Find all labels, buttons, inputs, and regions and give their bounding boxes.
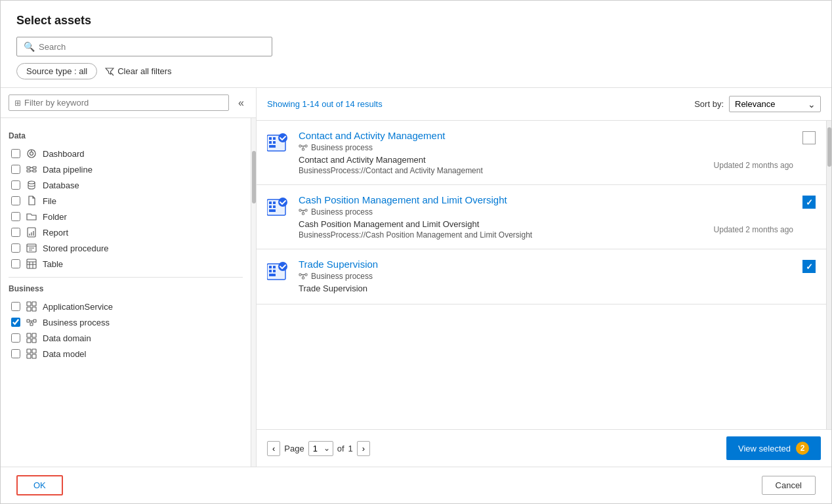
- data-domain-icon: [26, 332, 37, 344]
- total-pages: 1: [348, 444, 353, 453]
- svg-rect-29: [33, 320, 36, 322]
- sidebar: ⊞ « Data Dashboard: [1, 88, 257, 467]
- sidebar-item-data-model[interactable]: Data model: [9, 346, 243, 362]
- search-bar[interactable]: 🔍: [16, 37, 272, 56]
- asset-checkbox-1[interactable]: [802, 131, 816, 144]
- sidebar-item-stored-procedure[interactable]: Stored procedure: [9, 240, 243, 256]
- svg-rect-55: [273, 201, 276, 204]
- sidebar-item-table[interactable]: Table: [9, 256, 243, 272]
- results-scrollbar: [826, 121, 831, 429]
- table-icon: [26, 258, 37, 270]
- svg-rect-33: [27, 333, 31, 337]
- report-label: Report: [43, 228, 68, 238]
- sidebar-content: Data Dashboard: [1, 118, 251, 467]
- svg-rect-36: [32, 339, 36, 343]
- ok-button[interactable]: OK: [16, 475, 63, 495]
- svg-rect-73: [305, 274, 307, 276]
- results-count: Showing 1-14 out of 14 results: [267, 99, 383, 109]
- modal-title: Select assets: [16, 14, 816, 28]
- sidebar-scrollbar: [251, 118, 256, 467]
- svg-point-10: [28, 181, 35, 184]
- folder-checkbox[interactable]: [11, 212, 20, 221]
- sidebar-item-file[interactable]: File: [9, 193, 243, 209]
- svg-rect-46: [269, 145, 276, 148]
- data-model-checkbox[interactable]: [11, 349, 20, 358]
- file-label: File: [43, 196, 56, 206]
- sidebar-item-report[interactable]: Report: [9, 224, 243, 240]
- application-service-checkbox[interactable]: [11, 302, 20, 311]
- svg-rect-44: [269, 141, 272, 144]
- clear-filters-button[interactable]: Clear all filters: [105, 66, 171, 76]
- filter-keyword-input[interactable]: [24, 98, 223, 108]
- sidebar-item-data-pipeline[interactable]: Data pipeline: [9, 161, 243, 177]
- filter-keyword-input-wrapper: ⊞: [9, 94, 229, 111]
- asset-name-1[interactable]: Contact and Activity Management: [299, 130, 795, 141]
- table-checkbox[interactable]: [11, 259, 20, 268]
- asset-checkbox-2[interactable]: [802, 196, 816, 209]
- sidebar-item-dashboard[interactable]: Dashboard: [9, 146, 243, 161]
- svg-rect-19: [27, 259, 36, 268]
- search-input[interactable]: [39, 42, 265, 52]
- search-icon: 🔍: [24, 41, 35, 52]
- application-service-icon: [26, 301, 37, 312]
- asset-icon-1: [267, 130, 291, 154]
- svg-rect-61: [305, 209, 307, 211]
- sidebar-item-folder[interactable]: Folder: [9, 209, 243, 224]
- database-checkbox[interactable]: [11, 180, 20, 190]
- prev-page-button[interactable]: ‹: [267, 441, 280, 456]
- page-select[interactable]: 1: [308, 441, 333, 456]
- asset-item-2: Cash Position Management and Limit Overs…: [257, 185, 826, 249]
- sidebar-item-data-domain[interactable]: Data domain: [9, 330, 243, 346]
- svg-rect-54: [269, 201, 272, 204]
- results-list: Contact and Activity Management Business…: [257, 121, 826, 429]
- svg-rect-27: [32, 307, 36, 311]
- business-process-type-icon-3: [299, 272, 308, 281]
- asset-type-1: Business process: [299, 143, 795, 152]
- source-type-button[interactable]: Source type : all: [16, 63, 97, 79]
- application-service-label: ApplicationService: [43, 302, 113, 312]
- data-model-icon: [26, 348, 37, 360]
- report-checkbox[interactable]: [11, 228, 20, 237]
- svg-rect-30: [30, 323, 33, 326]
- database-label: Database: [43, 180, 79, 190]
- sort-select[interactable]: Relevance Name Updated date: [729, 96, 821, 112]
- database-icon: [26, 179, 37, 191]
- svg-point-2: [30, 152, 33, 156]
- business-section-label: Business: [9, 284, 243, 293]
- dashboard-checkbox[interactable]: [11, 149, 20, 158]
- cancel-button[interactable]: Cancel: [762, 476, 816, 495]
- sort-by-row: Sort by: Relevance Name Updated date: [694, 96, 821, 112]
- sidebar-item-business-process[interactable]: Business process: [9, 314, 243, 330]
- next-page-button[interactable]: ›: [357, 441, 370, 456]
- asset-item-3: Trade Supervision Business process Trade…: [257, 249, 826, 304]
- asset-checkbox-3[interactable]: [802, 260, 816, 273]
- business-process-checkbox[interactable]: [11, 318, 20, 327]
- file-checkbox[interactable]: [11, 196, 20, 205]
- dashboard-label: Dashboard: [43, 149, 85, 159]
- view-selected-button[interactable]: View selected 2: [726, 436, 821, 460]
- sidebar-item-application-service[interactable]: ApplicationService: [9, 299, 243, 314]
- sidebar-item-database[interactable]: Database: [9, 177, 243, 193]
- view-selected-label: View selected: [738, 444, 791, 453]
- svg-rect-34: [32, 333, 36, 337]
- svg-rect-50: [302, 148, 304, 150]
- svg-rect-62: [302, 213, 304, 215]
- results-scrollbar-thumb: [827, 127, 831, 167]
- svg-rect-74: [302, 277, 304, 279]
- data-pipeline-checkbox[interactable]: [11, 165, 20, 174]
- svg-rect-48: [299, 145, 301, 147]
- business-process-type-icon-2: [299, 207, 308, 217]
- asset-name-2[interactable]: Cash Position Management and Limit Overs…: [299, 194, 795, 205]
- svg-rect-57: [273, 205, 276, 208]
- section-divider: [9, 277, 243, 278]
- collapse-sidebar-button[interactable]: «: [234, 96, 248, 110]
- asset-name-3[interactable]: Trade Supervision: [299, 259, 795, 270]
- stored-procedure-checkbox[interactable]: [11, 243, 20, 253]
- file-icon: [26, 195, 37, 207]
- data-section-label: Data: [9, 131, 243, 140]
- svg-rect-66: [269, 266, 272, 268]
- data-domain-checkbox[interactable]: [11, 333, 20, 343]
- asset-type-3: Business process: [299, 272, 795, 281]
- filter-row: Source type : all Clear all filters: [16, 63, 816, 79]
- svg-rect-43: [273, 137, 276, 140]
